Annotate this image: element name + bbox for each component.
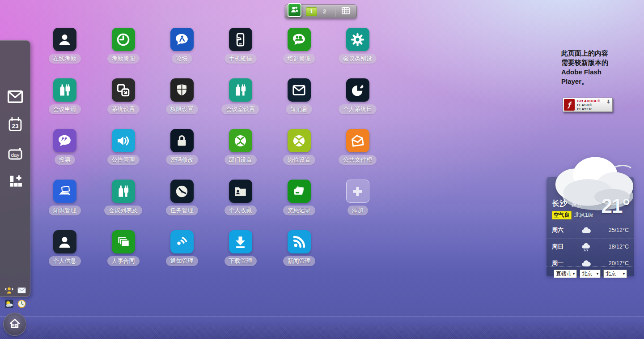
clock-icon bbox=[112, 28, 135, 51]
day-calendar-icon: day bbox=[6, 145, 24, 165]
people-icon bbox=[290, 4, 300, 16]
app-tile[interactable]: 下载管理 bbox=[211, 230, 270, 281]
app-tile[interactable]: 培训管理 bbox=[270, 28, 328, 78]
contacts-button[interactable] bbox=[288, 3, 301, 17]
mailopen-icon bbox=[346, 129, 369, 152]
app-tile[interactable]: 部门设置 bbox=[211, 129, 270, 180]
calendar-dock-button[interactable]: 23 bbox=[7, 117, 24, 134]
flash-notice-text: Player。 bbox=[561, 77, 633, 86]
weather-city: 长沙 bbox=[552, 199, 567, 208]
app-label: 会议列表及 bbox=[104, 206, 142, 215]
system-icon bbox=[112, 78, 135, 102]
app-label: 公告管理 bbox=[107, 155, 140, 165]
app-tile[interactable]: 会议列表及 bbox=[94, 180, 153, 230]
flash-logo-icon bbox=[564, 99, 575, 111]
taskclock-icon bbox=[170, 180, 194, 203]
province-select[interactable]: 直辖市▼ bbox=[554, 270, 577, 278]
wind-label: 北风1级 bbox=[574, 211, 593, 219]
forecast-row: 周六25/12°C bbox=[547, 222, 634, 238]
current-temperature: 21° bbox=[601, 195, 630, 217]
flash-button-line1: Get ADOBE® bbox=[577, 99, 606, 103]
app-tile[interactable]: 投票 bbox=[35, 129, 94, 180]
clock-icon bbox=[17, 299, 27, 311]
grid-view-button[interactable] bbox=[339, 6, 352, 17]
app-tile[interactable]: 手机短信 bbox=[211, 28, 270, 78]
download-arrow-icon: ⬇ bbox=[606, 99, 610, 105]
app-tile[interactable]: 考勤管理 bbox=[94, 28, 153, 78]
app-tile[interactable]: 添加 bbox=[328, 180, 387, 230]
app-label: 新闻管理 bbox=[283, 256, 315, 266]
forecast-day: 周六 bbox=[552, 226, 572, 234]
widgets-dock-button[interactable] bbox=[7, 173, 24, 190]
training-icon bbox=[288, 28, 311, 51]
vote-icon bbox=[53, 129, 76, 152]
app-tile[interactable]: 会议类别设 bbox=[328, 28, 387, 78]
app-tile[interactable]: 在线考勤 bbox=[35, 28, 94, 78]
app-label: 公共文件柜 bbox=[339, 155, 377, 165]
app-tile[interactable]: 人事合同 bbox=[94, 230, 153, 281]
message-mini-button[interactable] bbox=[17, 286, 27, 296]
envelope-icon bbox=[17, 285, 27, 297]
flash-button-text: Get ADOBE® FLASH® PLAYER bbox=[577, 99, 606, 111]
app-tile[interactable]: 个人信息 bbox=[35, 230, 94, 281]
app-label: 通知管理 bbox=[166, 256, 198, 266]
app-tile[interactable]: 公共文件柜 bbox=[328, 129, 387, 180]
app-label: 手机短信 bbox=[225, 54, 257, 64]
app-tile[interactable]: 个人收藏 bbox=[211, 180, 270, 230]
get-flash-player-button[interactable]: Get ADOBE® FLASH® PLAYER ⬇ bbox=[563, 98, 613, 112]
forecast-temp: 25/12°C bbox=[609, 227, 629, 233]
day-view-dock-button[interactable]: day bbox=[6, 146, 24, 164]
forecast-temp: 20/17°C bbox=[609, 260, 629, 266]
app-label: 个人系统日 bbox=[339, 104, 377, 114]
chevron-down-icon: ▼ bbox=[622, 272, 626, 276]
rain-icon bbox=[580, 241, 592, 253]
pie-icon bbox=[346, 78, 369, 102]
page-1-button[interactable]: 1 bbox=[306, 7, 317, 16]
app-tile[interactable]: 知识管理 bbox=[35, 180, 94, 230]
records-icon bbox=[288, 180, 311, 203]
chevron-down-icon: ▼ bbox=[572, 272, 576, 276]
gear-icon bbox=[346, 28, 369, 51]
app-label: 下载管理 bbox=[225, 256, 257, 266]
city-select[interactable]: 北京▼ bbox=[580, 270, 601, 278]
app-label: 会议类别设 bbox=[339, 54, 377, 64]
app-label: 人事合同 bbox=[107, 256, 140, 266]
app-tile[interactable]: 新闻管理 bbox=[270, 230, 328, 281]
app-label: 投票 bbox=[55, 155, 75, 165]
app-tile[interactable]: 论坛 bbox=[153, 28, 211, 78]
laptop-icon bbox=[53, 180, 76, 203]
calendar-icon: 23 bbox=[7, 116, 24, 135]
flash-notice-text: Adobe Flash bbox=[561, 67, 633, 77]
app-label: 奖惩记录 bbox=[283, 206, 315, 215]
mail-icon bbox=[6, 87, 25, 108]
app-label: 密码修改 bbox=[166, 155, 198, 165]
district-select[interactable]: 北京▼ bbox=[603, 270, 627, 278]
broadcast-user-button[interactable] bbox=[4, 286, 14, 296]
weather-mini-button[interactable] bbox=[4, 300, 14, 310]
app-tile[interactable]: 奖惩记录 bbox=[270, 180, 328, 230]
app-label: 任务管理 bbox=[166, 206, 198, 215]
app-tile[interactable]: 岗位设置 bbox=[270, 129, 328, 180]
plugs-icon bbox=[229, 78, 252, 102]
app-tile[interactable]: 通知管理 bbox=[153, 230, 211, 281]
app-tile[interactable]: 任务管理 bbox=[153, 180, 211, 230]
app-tile[interactable]: 短消息 bbox=[270, 78, 328, 129]
home-button[interactable] bbox=[3, 313, 26, 336]
app-tile[interactable]: 会议室设置 bbox=[211, 78, 270, 129]
app-tile[interactable]: 权限设置 bbox=[153, 78, 211, 129]
app-label: 论坛 bbox=[172, 54, 192, 64]
app-tile[interactable]: 个人系统日 bbox=[328, 78, 387, 129]
app-tile[interactable]: 会议申请 bbox=[35, 78, 94, 129]
forecast-list: 周六25/12°C周日18/12°C周一20/17°C bbox=[547, 222, 634, 271]
clock-mini-button[interactable] bbox=[17, 300, 27, 310]
floor-texture bbox=[0, 325, 644, 339]
shield-icon bbox=[170, 78, 194, 102]
plugs-icon bbox=[53, 78, 76, 102]
app-tile[interactable]: 系统设置 bbox=[94, 78, 153, 129]
forecast-day: 周日 bbox=[552, 243, 572, 251]
app-label: 添加 bbox=[347, 206, 368, 215]
app-tile[interactable]: 公告管理 bbox=[94, 129, 153, 180]
mail-dock-button[interactable] bbox=[6, 88, 25, 107]
page-2-button[interactable]: 2 bbox=[319, 7, 330, 16]
app-tile[interactable]: 密码修改 bbox=[153, 129, 211, 180]
